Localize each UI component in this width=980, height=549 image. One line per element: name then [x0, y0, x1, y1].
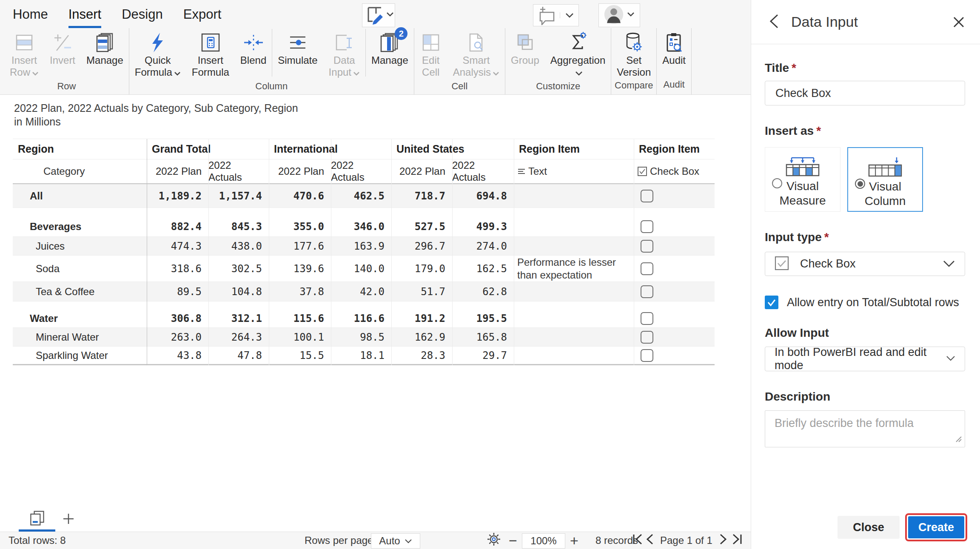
- create-button[interactable]: Create: [908, 516, 964, 538]
- checked-checkbox[interactable]: [765, 296, 778, 309]
- table-row[interactable]: All 1,189.2 1,157.4 470.6 462.5 718.7 69…: [13, 184, 715, 208]
- chevron-down-icon[interactable]: [560, 12, 578, 18]
- blend-button[interactable]: Blend: [235, 28, 272, 79]
- simulate-button[interactable]: Simulate: [272, 28, 323, 79]
- divider: [391, 139, 392, 365]
- row-checkbox[interactable]: [641, 240, 653, 253]
- column-header[interactable]: Region Item: [514, 139, 634, 159]
- insert-formula-button[interactable]: Insert Formula: [186, 28, 235, 79]
- row-checkbox[interactable]: [641, 349, 653, 362]
- quick-formula-button[interactable]: Quick Formula: [129, 28, 186, 79]
- back-icon: [768, 13, 779, 31]
- aggregation-button[interactable]: Aggregation: [545, 28, 611, 79]
- set-version-button[interactable]: Set Version: [611, 28, 656, 78]
- table-row[interactable]: Mineral Water 263.0 264.3 100.1 98.5 162…: [13, 328, 715, 347]
- column-header[interactable]: 2022 Plan: [147, 159, 208, 183]
- option-label: Visual Column: [865, 179, 906, 208]
- table-row[interactable]: Beverages 882.4 845.3 355.0 346.0 527.5 …: [13, 216, 715, 237]
- settings-gear-button[interactable]: [487, 532, 501, 549]
- tab-insert[interactable]: Insert: [68, 7, 102, 28]
- radio-selected[interactable]: [855, 179, 865, 189]
- visual-measure-icon: [781, 154, 825, 177]
- column-header-text[interactable]: Text: [514, 159, 634, 183]
- column-header[interactable]: Region Item: [634, 139, 715, 159]
- zoom-level[interactable]: 100%: [522, 533, 565, 549]
- audit-icon: [663, 31, 685, 54]
- quick-formula-icon: [147, 31, 169, 54]
- visual-title-line2: in Millions: [14, 115, 751, 128]
- panel-close-button[interactable]: [952, 15, 966, 31]
- zoom-out-button[interactable]: −: [509, 532, 517, 549]
- option-label: Visual Measure: [780, 179, 826, 208]
- add-comment-icon: [533, 6, 560, 25]
- allow-entry-row[interactable]: Allow entry on Total/Subtotal rows: [765, 296, 965, 309]
- add-comment-button[interactable]: [533, 4, 579, 26]
- option-visual-measure[interactable]: Visual Measure: [765, 147, 840, 212]
- input-type-select[interactable]: Check Box: [765, 252, 965, 276]
- resize-handle-icon[interactable]: [954, 435, 962, 444]
- ribbon-group-audit: Audit Audit: [657, 28, 692, 94]
- row-note[interactable]: Performance is lesser than expectation: [514, 256, 634, 282]
- divider: [331, 139, 331, 365]
- insert-row-icon: [13, 31, 35, 54]
- row-checkbox[interactable]: [641, 220, 653, 233]
- radio-unselected[interactable]: [772, 178, 782, 188]
- close-icon: [952, 23, 966, 30]
- column-header[interactable]: 2022 Actuals: [208, 159, 269, 183]
- row-checkbox[interactable]: [641, 331, 653, 344]
- column-header[interactable]: International: [269, 139, 391, 159]
- column-header[interactable]: Region: [13, 139, 147, 159]
- next-page-button[interactable]: [719, 532, 727, 549]
- tab-home[interactable]: Home: [13, 7, 48, 28]
- manage-columns-button[interactable]: 2 Manage: [366, 28, 414, 79]
- table-row[interactable]: Water 306.8 312.1 115.6 116.6 191.2 195.…: [13, 309, 715, 328]
- tab-export[interactable]: Export: [183, 7, 222, 28]
- row-checkbox[interactable]: [641, 312, 653, 325]
- required-asterisk: *: [824, 230, 829, 244]
- title-input[interactable]: Check Box: [765, 81, 965, 105]
- prev-page-button[interactable]: [646, 532, 654, 549]
- ribbon-group-compare: Set Version Compare: [611, 28, 657, 94]
- audit-button[interactable]: Audit: [657, 28, 691, 77]
- manage-columns-badge: 2: [395, 27, 407, 40]
- add-sheet-button[interactable]: [59, 510, 78, 529]
- zoom-in-button[interactable]: +: [570, 532, 578, 549]
- allow-input-select[interactable]: In both PowerBI read and edit mode: [765, 347, 965, 371]
- edit-cell-icon: [420, 31, 442, 54]
- visual-column-icon: [863, 154, 907, 178]
- column-header[interactable]: 2022 Plan: [391, 159, 452, 183]
- close-button[interactable]: Close: [838, 516, 900, 539]
- back-button[interactable]: [768, 13, 779, 31]
- tab-design[interactable]: Design: [122, 7, 163, 28]
- column-header[interactable]: United States: [391, 139, 514, 159]
- table-row[interactable]: Tea & Coffee 89.5 104.8 37.8 42.0 51.7 6…: [13, 282, 715, 302]
- column-header-checkbox[interactable]: Check Box: [634, 159, 715, 183]
- last-page-button[interactable]: [732, 532, 743, 549]
- ribbon-group-column: Quick Formula Insert Formula: [129, 28, 414, 94]
- rows-per-page-label: Rows per page:: [305, 532, 376, 549]
- table-row[interactable]: Soda 318.6 302.5 139.6 140.0 179.0 162.5…: [13, 256, 715, 282]
- table-row[interactable]: Sparkling Water 43.8 47.8 15.5 18.1 28.3…: [13, 347, 715, 365]
- table-row[interactable]: Juices 474.3 438.0 177.6 163.9 296.7 274…: [13, 237, 715, 256]
- row-checkbox[interactable]: [641, 190, 653, 202]
- option-visual-column[interactable]: Visual Column: [847, 147, 923, 212]
- first-page-button[interactable]: [632, 532, 643, 549]
- manage-rows-button[interactable]: Manage: [81, 28, 129, 79]
- edit-visual-icon: [363, 4, 385, 26]
- column-header[interactable]: 2022 Actuals: [452, 159, 514, 183]
- column-header[interactable]: Grand Total: [147, 139, 269, 159]
- column-header[interactable]: Category: [13, 159, 147, 183]
- group-label-column: Column: [129, 79, 414, 96]
- rows-per-page-select[interactable]: Auto: [371, 533, 420, 549]
- column-header[interactable]: 2022 Plan: [269, 159, 331, 183]
- sheet-tab-active[interactable]: [19, 508, 55, 532]
- row-checkbox[interactable]: [641, 262, 653, 275]
- next-page-icon: [719, 533, 727, 548]
- column-header[interactable]: 2022 Actuals: [331, 159, 391, 183]
- sheet-bar: [0, 506, 751, 532]
- panel-header: Data Input: [751, 0, 980, 44]
- user-menu-button[interactable]: [598, 3, 640, 27]
- description-textarea[interactable]: Briefly describe the formula: [765, 410, 965, 447]
- row-checkbox[interactable]: [641, 285, 653, 298]
- edit-visual-button[interactable]: [362, 3, 395, 27]
